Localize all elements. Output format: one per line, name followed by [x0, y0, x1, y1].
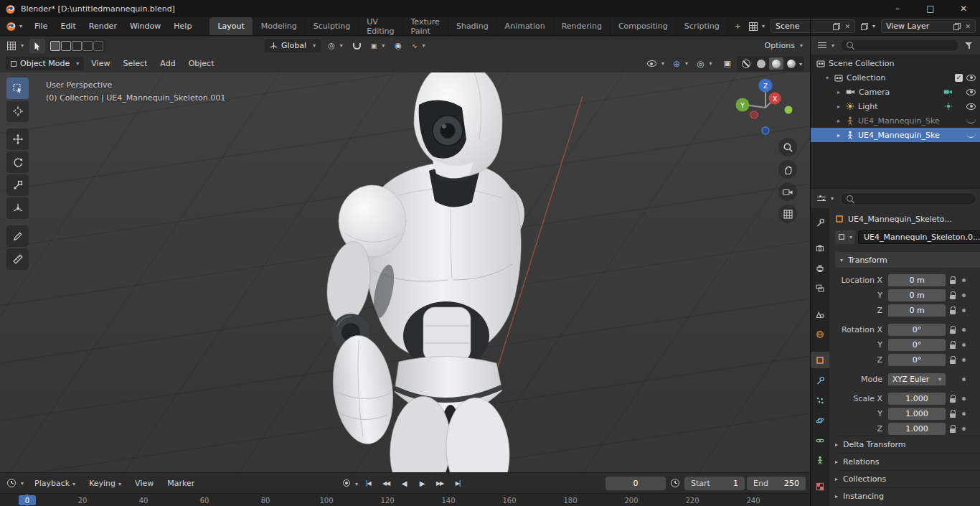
eye-open-icon[interactable]	[966, 89, 976, 95]
snap-toggle[interactable]	[350, 40, 364, 51]
workspace-tab-compositing[interactable]: Compositing	[611, 17, 677, 35]
menu-edit[interactable]: Edit	[54, 17, 82, 35]
expand-icon[interactable]: ▸	[835, 89, 842, 95]
eye-closed-icon[interactable]	[966, 118, 976, 123]
output-tab[interactable]	[811, 260, 829, 276]
expand-icon[interactable]: ▸	[835, 118, 842, 124]
section-instancing[interactable]: ▸ Instancing	[835, 487, 980, 505]
jump-to-start-button[interactable]: |◀	[360, 477, 376, 490]
shading-rendered-button[interactable]	[784, 57, 798, 70]
xray-toggle[interactable]: ▣	[721, 57, 734, 70]
current-frame-field[interactable]: 0	[606, 477, 666, 490]
light-data-icon[interactable]	[944, 102, 953, 111]
constraints-tab[interactable]	[811, 432, 829, 449]
object-name-field[interactable]: UE4_Mannequin_Skeleton.0...	[858, 230, 980, 244]
viewport-menu-select[interactable]: Select	[117, 59, 153, 68]
rotate-tool[interactable]	[6, 151, 29, 173]
viewport-3d[interactable]: Object Mode View Select Add Object ⊕ ◎ ▣	[0, 55, 810, 472]
properties-editor-type-button[interactable]	[814, 193, 837, 204]
render-tab[interactable]	[811, 240, 829, 256]
measure-tool[interactable]	[6, 248, 29, 270]
properties-search-input[interactable]	[840, 192, 976, 205]
frame-end-field[interactable]: End 250	[747, 477, 806, 490]
eye-open-icon[interactable]	[966, 75, 976, 81]
camera-view-button[interactable]	[778, 182, 797, 201]
jump-to-end-button[interactable]: ▶|	[450, 477, 466, 490]
select-mode-new[interactable]	[50, 41, 60, 51]
browse-scene-button[interactable]	[748, 22, 766, 31]
previous-keyframe-button[interactable]: ◀◀	[378, 477, 394, 490]
scene-tab[interactable]	[811, 306, 829, 322]
tool-tab[interactable]	[811, 214, 829, 230]
pan-button[interactable]	[778, 160, 797, 179]
new-view-layer-icon[interactable]	[953, 23, 961, 30]
rotation-x-field[interactable]: 0°	[888, 324, 946, 336]
animate-dot[interactable]	[962, 278, 966, 282]
workspace-tab-rendering[interactable]: Rendering	[554, 17, 611, 35]
outliner-row-scene-collection[interactable]: Scene Collection	[811, 56, 980, 70]
scale-tool[interactable]	[6, 174, 29, 196]
animate-dot[interactable]	[962, 328, 966, 332]
transform-tool[interactable]	[6, 197, 29, 219]
proportional-editing-toggle[interactable]: ◉	[392, 39, 405, 52]
lock-icon[interactable]	[950, 326, 956, 334]
animate-dot[interactable]	[962, 412, 966, 416]
animate-dot[interactable]	[962, 294, 966, 297]
workspace-tab-uv-editing[interactable]: UV Editing	[359, 17, 402, 35]
texture-tab[interactable]	[811, 478, 829, 495]
add-workspace-button[interactable]: +	[728, 17, 748, 35]
eye-open-icon[interactable]	[966, 103, 976, 110]
keying-settings-dropdown[interactable]	[355, 479, 358, 488]
scale-x-field[interactable]: 1.000	[888, 393, 946, 405]
section-relations[interactable]: ▸ Relations	[835, 453, 980, 470]
workspace-tab-shading[interactable]: Shading	[448, 17, 497, 35]
outliner-row-collection[interactable]: ▾ Collection ✓	[811, 70, 980, 85]
maximize-button[interactable]: □	[914, 0, 947, 17]
physics-tab[interactable]	[811, 412, 829, 428]
camera-data-icon[interactable]	[943, 88, 953, 95]
expand-icon[interactable]: ▸	[835, 103, 842, 110]
breadcrumb-object-name[interactable]: UE4_Mannequin_Skeleto...	[848, 215, 952, 224]
animate-dot[interactable]	[962, 427, 966, 431]
animate-dot[interactable]	[962, 397, 966, 400]
zoom-button[interactable]	[778, 138, 797, 156]
outliner-editor-type-button[interactable]	[815, 40, 837, 50]
location-x-field[interactable]: 0 m	[888, 274, 946, 286]
auto-keying-toggle[interactable]	[340, 478, 353, 488]
view-layer-selector[interactable]: View Layer ✕	[881, 19, 976, 33]
shading-solid-button[interactable]	[754, 57, 768, 70]
outliner-search-input[interactable]	[840, 39, 959, 52]
select-mode-intersect[interactable]	[93, 41, 103, 51]
lock-icon[interactable]	[950, 341, 956, 349]
lock-icon[interactable]	[950, 291, 956, 299]
transform-orientation-dropdown[interactable]: Global	[265, 39, 321, 52]
toggle-ortho-button[interactable]	[778, 205, 797, 223]
snap-settings-dropdown[interactable]: ▣	[368, 41, 388, 51]
object-visibility-dropdown[interactable]	[644, 59, 667, 68]
outliner-row-light[interactable]: ▸ Light	[811, 99, 980, 113]
navigation-gizmo[interactable]: Z Y X	[732, 73, 798, 139]
gizmos-dropdown[interactable]: ⊕	[670, 57, 691, 70]
playback-menu[interactable]: Playback	[29, 479, 81, 488]
workspace-tab-sculpting[interactable]: Sculpting	[306, 17, 359, 35]
workspace-tab-animation[interactable]: Animation	[497, 17, 554, 35]
select-box-tool[interactable]	[6, 78, 29, 99]
timeline-editor-type-button[interactable]	[4, 477, 27, 489]
select-mode-invert[interactable]	[83, 41, 93, 51]
active-tool-button[interactable]	[29, 39, 45, 53]
viewport-menu-add[interactable]: Add	[154, 59, 181, 68]
proportional-falloff-dropdown[interactable]: ∿	[409, 41, 428, 51]
expand-icon[interactable]: ▸	[835, 132, 842, 139]
lock-icon[interactable]	[950, 425, 956, 433]
outliner-row-mannequin-2[interactable]: ▸ UE4_Mannequin_Ske	[811, 128, 980, 142]
shading-settings-dropdown[interactable]	[799, 59, 802, 68]
frame-start-field[interactable]: Start 1	[684, 477, 745, 490]
section-collections[interactable]: ▸ Collections	[835, 470, 980, 487]
pivot-point-dropdown[interactable]: ◎	[325, 39, 346, 52]
lock-icon[interactable]	[950, 356, 956, 364]
next-keyframe-button[interactable]: ▶▶	[432, 477, 448, 490]
lock-icon[interactable]	[950, 306, 956, 314]
rotation-y-field[interactable]: 0°	[888, 339, 946, 351]
timeline-ruler[interactable]: 20 40 60 80 100 120 140 160 180 200 220 …	[0, 493, 810, 506]
mannequin-object[interactable]	[321, 62, 524, 472]
